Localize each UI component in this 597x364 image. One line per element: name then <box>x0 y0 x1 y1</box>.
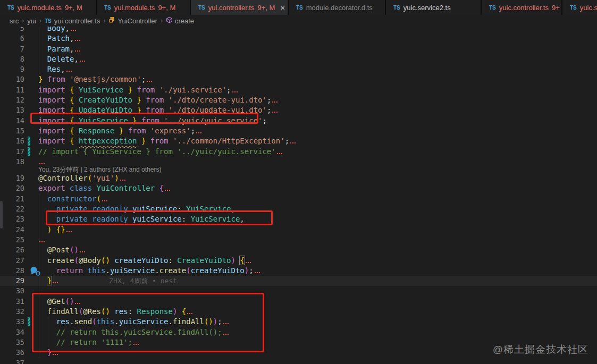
code-text: import { httpexception } from '../common… <box>38 136 296 146</box>
left-edge-indicator <box>0 201 3 228</box>
breadcrumb-item-YuiController[interactable]: YuiController <box>108 16 157 25</box>
error-squiggle <box>80 249 85 252</box>
line-number[interactable]: 26 <box>0 245 24 255</box>
error-squiggle <box>102 198 107 201</box>
line-number[interactable]: 25 <box>0 235 24 245</box>
code-text: Delete, <box>38 54 85 64</box>
tab-yui.controller.ts[interactable]: TSyui.controller.ts9+, M× <box>191 0 289 15</box>
breadcrumb-item-create[interactable]: create <box>166 16 194 25</box>
code-text: } from '@nestjs/common'; <box>38 74 152 84</box>
watermark: @稀土掘金技术社区 <box>493 343 588 357</box>
tab-yuic.module.ts[interactable]: TSyuic.module.ts9+, M <box>0 0 97 15</box>
error-squiggle <box>196 130 201 133</box>
code-line: 24 ) {} <box>0 225 597 235</box>
typescript-file-icon: TS <box>7 5 14 11</box>
line-number[interactable]: 9 <box>0 64 24 74</box>
line-number[interactable]: 15 <box>0 126 24 136</box>
close-icon[interactable]: × <box>280 4 285 12</box>
error-squiggle <box>53 280 58 283</box>
line-number[interactable]: 10 <box>0 74 24 84</box>
line-number[interactable]: 36 <box>0 348 24 358</box>
error-squiggle <box>290 140 296 143</box>
tab-yui.module.ts[interactable]: TSyui.module.ts9+, M <box>97 0 191 15</box>
tab-status-badge: 9+, M <box>257 4 275 12</box>
line-number[interactable]: 28 <box>0 266 24 276</box>
error-squiggle <box>75 48 80 52</box>
error-squiggle <box>66 228 72 232</box>
line-number[interactable]: 7 <box>0 44 24 54</box>
line-number[interactable]: 12 <box>0 95 24 105</box>
code-text: Param, <box>38 44 80 54</box>
breadcrumb-item-yui[interactable]: yui <box>27 17 36 25</box>
typescript-file-icon: TS <box>489 5 496 11</box>
line-number[interactable]: 17 <box>0 147 24 157</box>
breadcrumb-label: YuiController <box>117 17 157 25</box>
code-editor[interactable]: 5 Body,6 Patch,7 Param,8 Delete,9 Res,10… <box>0 27 597 364</box>
line-number[interactable]: 21 <box>0 194 24 204</box>
tab-label: yuic.module.ts <box>18 4 62 12</box>
code-line: 15import { Response } from 'express'; <box>0 126 597 136</box>
tab-status-badge: 9+, M <box>158 4 175 12</box>
line-number[interactable]: 29 <box>0 276 24 286</box>
line-number[interactable]: 16 <box>0 136 24 146</box>
code-line: 25 <box>0 235 597 245</box>
gutter-modified-indicator <box>28 147 30 156</box>
tab-yuic.controller.ts[interactable]: TSyuic.controller.ts9+ <box>482 0 562 15</box>
line-number[interactable]: 6 <box>0 33 24 44</box>
tab-label: yui.module.ts <box>114 4 155 12</box>
code-line: 17// import { YuicService } from '../yui… <box>0 147 597 157</box>
code-line: 26 @Post() <box>0 245 597 255</box>
line-number[interactable]: 27 <box>0 256 24 266</box>
code-text: }ZHX, 4周前 • nest <box>38 276 177 286</box>
code-line: 37 <box>0 358 597 364</box>
error-squiggle <box>246 259 251 263</box>
typescript-file-icon: TS <box>393 5 400 11</box>
gutter-modified-indicator <box>28 137 30 146</box>
breadcrumb-item-src[interactable]: src <box>10 17 19 25</box>
line-number[interactable]: 23 <box>0 214 24 224</box>
line-number[interactable]: 31 <box>0 297 24 307</box>
line-number[interactable]: 33 <box>0 317 24 327</box>
line-number[interactable]: 20 <box>0 183 24 193</box>
code-line: 6 Patch, <box>0 33 597 44</box>
error-squiggle <box>39 160 45 164</box>
line-number[interactable]: 8 <box>0 54 24 64</box>
code-line: 21 constructor( <box>0 194 597 204</box>
line-number[interactable]: 5 <box>0 27 24 33</box>
line-number[interactable]: 24 <box>0 225 24 235</box>
code-line: 16import { httpexception } from '../comm… <box>0 136 597 146</box>
code-line: 12import { CreateYuiDto } from './dto/cr… <box>0 95 597 105</box>
line-number[interactable]: 11 <box>0 85 24 95</box>
tab-status-badge: 9+ <box>552 4 560 12</box>
typescript-file-icon: TS <box>104 5 111 11</box>
gutter-modified-indicator <box>28 317 30 326</box>
tab-label: module.decorator.d.ts <box>306 4 373 12</box>
code-text: Res, <box>38 64 72 74</box>
typescript-file-icon: TS <box>198 5 205 11</box>
code-text: Body, <box>38 27 76 33</box>
line-number[interactable]: 37 <box>0 358 24 364</box>
line-number[interactable]: 13 <box>0 105 24 115</box>
tab-label: yui.controller.ts <box>208 4 255 12</box>
line-number[interactable]: 30 <box>0 286 24 296</box>
line-number[interactable]: 32 <box>0 307 24 317</box>
tab-status-badge: 9+, M <box>65 4 82 12</box>
line-number[interactable]: 22 <box>0 204 24 214</box>
line-number[interactable]: 34 <box>0 327 24 337</box>
typescript-file-icon: TS <box>45 18 52 24</box>
typescript-file-icon: TS <box>570 5 577 11</box>
breadcrumb-item-yui.controller.ts[interactable]: TSyui.controller.ts <box>45 17 100 25</box>
line-number[interactable]: 18 <box>0 157 24 167</box>
chevron-right-icon: › <box>39 17 41 24</box>
code-text: return this.yuiService.create(createYuiD… <box>38 266 260 276</box>
annotation-box-import <box>30 113 258 124</box>
breadcrumb-label: yui.controller.ts <box>54 17 100 25</box>
line-number[interactable]: 35 <box>0 337 24 348</box>
line-number[interactable]: 19 <box>0 173 24 183</box>
method-symbol-icon <box>166 16 175 25</box>
tab-yuic.service2.ts[interactable]: TSyuic.service2.ts <box>386 0 482 15</box>
code-line: 7 Param, <box>0 44 597 54</box>
tab-yuic.ser[interactable]: TSyuic.ser <box>562 0 597 15</box>
tab-module.decorator.d.ts[interactable]: TSmodule.decorator.d.ts <box>289 0 386 15</box>
line-number[interactable]: 14 <box>0 116 24 126</box>
